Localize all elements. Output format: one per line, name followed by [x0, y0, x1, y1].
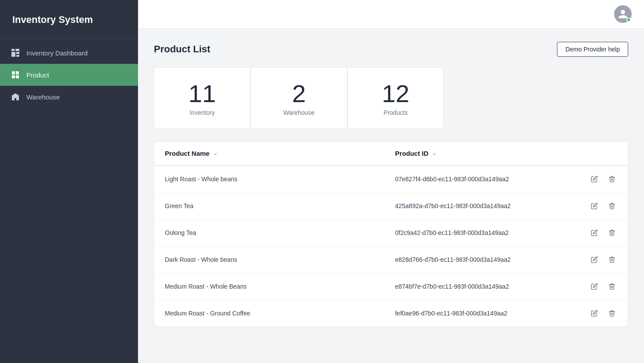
products-label: Products: [383, 109, 408, 116]
demo-provider-button[interactable]: Demo Provider help: [557, 42, 628, 57]
action-cell: [579, 165, 628, 193]
stats-row: 11 Inventory 2 Warehouse 12 Products: [154, 67, 628, 129]
app-title: Inventory System: [0, 0, 138, 38]
svg-rect-5: [12, 71, 15, 74]
products-count: 12: [382, 80, 409, 107]
product-id-cell: e874bf7e-d7b0-ec11-983f-000d3a149aa2: [385, 273, 579, 300]
sidebar: Inventory System Inventory Dashboard: [0, 0, 138, 363]
warehouse-label: Warehouse: [283, 109, 314, 116]
dashboard-icon: [11, 48, 20, 58]
delete-button[interactable]: [607, 227, 617, 238]
svg-rect-7: [12, 75, 15, 78]
online-indicator: [626, 18, 631, 22]
action-cell: [579, 273, 628, 300]
sidebar-item-warehouse-label: Warehouse: [26, 93, 60, 101]
topbar: [138, 0, 644, 29]
product-id-cell: 0f2c9a42-d7b0-ec11-983f-000d3a149aa2: [385, 219, 579, 246]
inventory-label: Inventory: [189, 109, 215, 116]
stat-products: 12 Products: [347, 67, 444, 129]
delete-button[interactable]: [607, 308, 617, 319]
product-name-cell: Medium Roast - Whole Beans: [154, 273, 385, 300]
action-cell: [579, 246, 628, 273]
svg-rect-1: [15, 49, 19, 51]
product-id-cell: 07e827f4-d6b0-ec11-983f-000d3a149aa2: [385, 165, 579, 193]
action-cell: [579, 219, 628, 246]
delete-button[interactable]: [607, 281, 617, 292]
edit-button[interactable]: [589, 281, 600, 292]
warehouse-icon: [11, 92, 20, 102]
main-content: Product List Demo Provider help 11 Inven…: [138, 0, 644, 363]
stat-warehouse: 2 Warehouse: [251, 67, 347, 129]
svg-rect-4: [16, 55, 19, 57]
table-row: Light Roast - Whole beans 07e827f4-d6b0-…: [154, 165, 628, 193]
edit-button[interactable]: [589, 227, 600, 238]
sidebar-item-warehouse[interactable]: Warehouse: [0, 86, 138, 108]
table-row: Oolong Tea 0f2c9a42-d7b0-ec11-983f-000d3…: [154, 219, 628, 246]
product-name-cell: Medium Roast - Ground Coffee: [154, 300, 385, 326]
edit-button[interactable]: [589, 308, 600, 319]
sidebar-item-product[interactable]: Product: [0, 64, 138, 86]
product-icon: [11, 70, 20, 80]
page-title: Product List: [154, 44, 210, 55]
action-cell: [579, 300, 628, 326]
edit-button[interactable]: [589, 174, 600, 184]
product-id-cell: 425a892a-d7b0-ec11-983f-000d3a149aa2: [385, 192, 579, 219]
user-avatar-container[interactable]: [614, 5, 632, 23]
delete-button[interactable]: [607, 174, 617, 184]
table-body: Light Roast - Whole beans 07e827f4-d6b0-…: [154, 165, 628, 326]
table-row: Medium Roast - Ground Coffee fef0ae96-d7…: [154, 300, 628, 326]
edit-button[interactable]: [589, 201, 600, 211]
sidebar-item-product-label: Product: [26, 71, 49, 79]
svg-rect-2: [11, 52, 15, 57]
product-name-cell: Dark Roast - Whole beans: [154, 246, 385, 273]
product-name-cell: Light Roast - Whole beans: [154, 165, 385, 193]
edit-button[interactable]: [589, 254, 600, 265]
table-row: Medium Roast - Whole Beans e874bf7e-d7b0…: [154, 273, 628, 300]
svg-rect-0: [11, 49, 15, 51]
delete-button[interactable]: [607, 254, 617, 265]
col-header-product-name[interactable]: Product Name ⌄: [154, 142, 385, 165]
products-table: Product Name ⌄ Product ID ⌄: [154, 142, 628, 326]
sidebar-nav: Inventory Dashboard Product Warehouse: [0, 38, 138, 108]
product-name-cell: Oolong Tea: [154, 219, 385, 246]
svg-rect-8: [16, 75, 19, 78]
page-content: Product List Demo Provider help 11 Inven…: [138, 29, 644, 363]
table-row: Dark Roast - Whole beans e828d766-d7b0-e…: [154, 246, 628, 273]
product-name-cell: Green Tea: [154, 192, 385, 219]
stat-inventory: 11 Inventory: [154, 67, 251, 129]
action-cell: [579, 192, 628, 219]
delete-button[interactable]: [607, 201, 617, 211]
svg-rect-6: [16, 71, 19, 74]
col-header-product-id[interactable]: Product ID ⌄: [385, 142, 579, 165]
warehouse-count: 2: [292, 80, 306, 107]
product-id-cell: fef0ae96-d7b0-ec11-983f-000d3a149aa2: [385, 300, 579, 326]
inventory-count: 11: [189, 80, 216, 107]
products-table-container: Product Name ⌄ Product ID ⌄: [154, 141, 628, 327]
sidebar-item-dashboard[interactable]: Inventory Dashboard: [0, 42, 138, 64]
sort-icon-id: ⌄: [432, 150, 437, 156]
col-header-actions: [579, 142, 628, 165]
product-id-cell: e828d766-d7b0-ec11-983f-000d3a149aa2: [385, 246, 579, 273]
table-row: Green Tea 425a892a-d7b0-ec11-983f-000d3a…: [154, 192, 628, 219]
table-header-row: Product Name ⌄ Product ID ⌄: [154, 142, 628, 165]
table-header: Product Name ⌄ Product ID ⌄: [154, 142, 628, 165]
sort-icon-name: ⌄: [213, 150, 218, 156]
sidebar-item-dashboard-label: Inventory Dashboard: [26, 49, 87, 57]
svg-rect-3: [16, 52, 19, 54]
